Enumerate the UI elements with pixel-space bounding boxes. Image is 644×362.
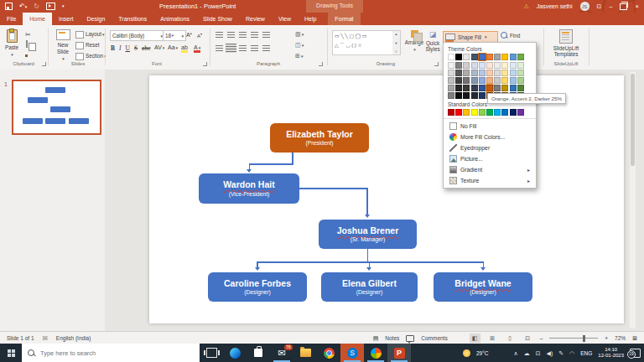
quick-styles-button[interactable]: ◪ Quick Styles — [423, 30, 442, 52]
layout-button[interactable]: Layout▾ — [75, 31, 104, 39]
find-button[interactable]: Find — [501, 32, 520, 39]
tab-format[interactable]: Format — [328, 13, 360, 25]
variant-color-swatch[interactable] — [501, 62, 508, 69]
font-effect-i[interactable]: I — [119, 44, 122, 52]
display-icon[interactable]: ⊡ — [536, 350, 541, 356]
theme-color-swatch[interactable] — [463, 54, 470, 60]
tab-transitions[interactable]: Transitions — [112, 13, 153, 25]
variant-color-swatch[interactable] — [448, 62, 454, 69]
onedrive-icon[interactable]: ☁ — [524, 350, 530, 356]
variant-color-swatch[interactable] — [510, 77, 517, 84]
variant-color-swatch[interactable] — [494, 85, 501, 91]
minimize-button[interactable]: – — [609, 3, 612, 9]
font-effect-abc[interactable]: abc — [142, 44, 150, 52]
org-node-designer-3[interactable]: Bridget Wane (Designer) — [434, 272, 532, 302]
variant-color-swatch[interactable] — [455, 92, 462, 99]
notification-center-icon[interactable]: 19 — [630, 349, 641, 358]
variant-color-swatch[interactable] — [517, 85, 524, 91]
variant-color-swatch[interactable] — [455, 77, 462, 84]
paste-button[interactable]: Paste ▾ — [5, 29, 18, 57]
variant-color-swatch[interactable] — [471, 92, 478, 99]
display-settings-icon[interactable]: ⊡ — [597, 3, 602, 10]
taskbar-app-powerpoint[interactable] — [387, 344, 411, 362]
font-effect-b[interactable]: B — [111, 44, 115, 52]
fill-menu-item-more-fill-colors[interactable]: More Fill Colors... — [448, 132, 532, 142]
theme-color-swatch[interactable] — [510, 54, 517, 60]
variant-color-swatch[interactable] — [471, 62, 478, 69]
variant-color-swatch[interactable] — [494, 70, 501, 76]
slide-canvas[interactable]: Elizabeth Taylor (President) Wardon Hait… — [149, 75, 624, 323]
variant-color-swatch[interactable] — [448, 92, 454, 99]
normal-view-button[interactable]: ◧ — [470, 334, 480, 343]
variant-color-swatch[interactable] — [471, 70, 478, 76]
tab-help[interactable]: Help — [298, 13, 323, 25]
text-direction-icon[interactable]: ▥▾ — [295, 31, 304, 38]
theme-color-swatch[interactable] — [501, 54, 508, 60]
align-text-icon[interactable]: ◫▾ — [295, 42, 304, 49]
variant-color-swatch[interactable] — [479, 77, 486, 84]
variant-color-swatch[interactable] — [455, 70, 462, 76]
fill-menu-item-eyedropper[interactable]: Eyedropper — [448, 142, 532, 153]
reset-button[interactable]: Reset — [75, 42, 99, 49]
chevron-up-icon[interactable]: ∧ — [514, 350, 518, 356]
variant-color-swatch[interactable] — [471, 85, 478, 91]
variant-color-swatch[interactable] — [517, 77, 524, 84]
undo-icon[interactable]: ↶▾ — [19, 3, 27, 10]
font-family-combo[interactable]: Calibri (Body)▾ — [110, 30, 165, 41]
zoom-out-button[interactable]: – — [540, 335, 543, 341]
variant-color-swatch[interactable] — [455, 62, 462, 69]
paragraph-dialog-launcher[interactable] — [319, 62, 323, 66]
taskbar-app-edge[interactable] — [223, 344, 247, 362]
vertical-scrollbar[interactable] — [630, 72, 636, 328]
align-center-icon[interactable] — [226, 44, 236, 53]
variant-color-swatch[interactable] — [486, 70, 493, 76]
org-node-vice-president[interactable]: Wardon Hait (Vice-President) — [199, 173, 299, 204]
tab-design[interactable]: Design — [80, 13, 112, 25]
taskbar-app-mail[interactable]: ✉76 — [270, 344, 293, 362]
customize-qat-icon[interactable]: ▾ — [62, 4, 65, 8]
variant-color-swatch[interactable] — [510, 85, 517, 91]
language-indicator[interactable]: English (India) — [56, 335, 91, 341]
decrease-indent-icon[interactable] — [239, 32, 247, 38]
zoom-in-button[interactable]: + — [605, 335, 608, 341]
variant-color-swatch[interactable] — [501, 85, 508, 91]
font-effect-s[interactable]: S — [134, 44, 138, 52]
convert-smartart-icon[interactable]: ⊞▾ — [295, 53, 303, 59]
variant-color-swatch[interactable] — [501, 70, 508, 76]
font-effect-u[interactable]: U — [126, 44, 130, 52]
taskbar-search[interactable] — [22, 344, 200, 362]
weather-icon[interactable] — [463, 349, 470, 357]
line-spacing-icon[interactable] — [262, 32, 270, 38]
cut-icon[interactable]: ✂ — [25, 31, 31, 39]
variant-color-swatch[interactable] — [471, 77, 478, 84]
variant-color-swatch[interactable] — [463, 92, 470, 99]
slide-sorter-view-button[interactable]: ⊞ — [487, 334, 498, 343]
shapes-gallery[interactable]: ▭╲╲▢◯▭△⌒◡()☆ — [332, 30, 397, 55]
section-button[interactable]: Section▾ — [75, 53, 106, 60]
taskbar-app-task-view[interactable] — [200, 344, 223, 362]
standard-color-swatch[interactable] — [463, 109, 470, 116]
tab-review[interactable]: Review — [239, 13, 272, 25]
theme-color-swatch[interactable] — [517, 54, 524, 60]
standard-color-swatch[interactable] — [486, 109, 493, 116]
taskbar-app-skype[interactable] — [340, 344, 364, 362]
drawing-dialog-launcher[interactable] — [434, 62, 439, 66]
language-switcher[interactable]: ENG — [580, 350, 592, 356]
fill-menu-item-no-fill[interactable]: No Fill — [448, 121, 532, 132]
variant-color-swatch[interactable] — [479, 70, 486, 76]
volume-icon[interactable]: ◀) — [547, 350, 553, 356]
restore-button[interactable] — [620, 3, 627, 10]
theme-color-swatch[interactable] — [486, 54, 493, 60]
align-left-icon[interactable] — [216, 45, 223, 51]
change-case-icon[interactable]: Aa▾ — [168, 44, 178, 50]
theme-color-swatch[interactable] — [448, 54, 454, 60]
standard-color-swatch[interactable] — [471, 109, 478, 116]
org-node-president[interactable]: Elizabeth Taylor (President) — [270, 123, 369, 153]
standard-color-swatch[interactable] — [448, 109, 454, 116]
tab-view[interactable]: View — [272, 13, 298, 25]
arrange-button[interactable]: Arrange ▾ — [404, 30, 424, 52]
taskbar-app-store[interactable] — [247, 344, 270, 362]
comments-button[interactable]: Comments — [421, 335, 447, 341]
variant-color-swatch[interactable] — [510, 62, 517, 69]
tab-file[interactable]: File — [0, 13, 23, 25]
